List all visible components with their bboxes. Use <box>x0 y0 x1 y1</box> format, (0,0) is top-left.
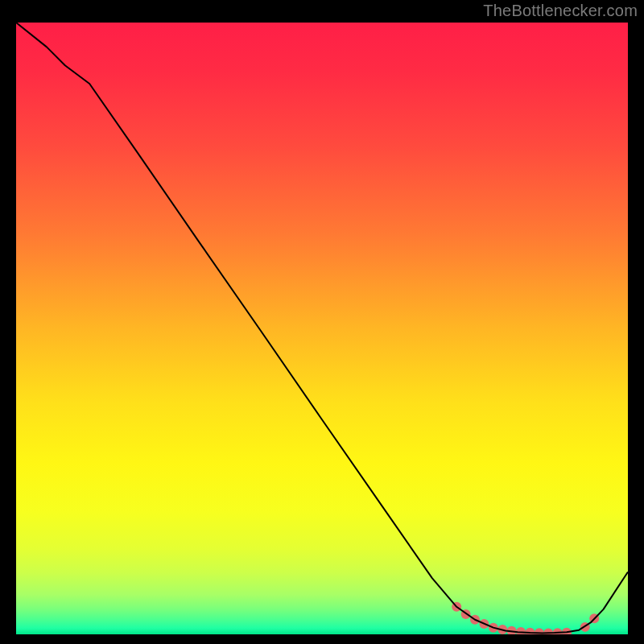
chart-container: TheBottlenecker.com <box>0 0 644 644</box>
attribution-text: TheBottlenecker.com <box>483 2 638 20</box>
chart-svg <box>16 23 628 634</box>
plot-area <box>16 23 628 634</box>
gradient-background <box>16 23 628 634</box>
